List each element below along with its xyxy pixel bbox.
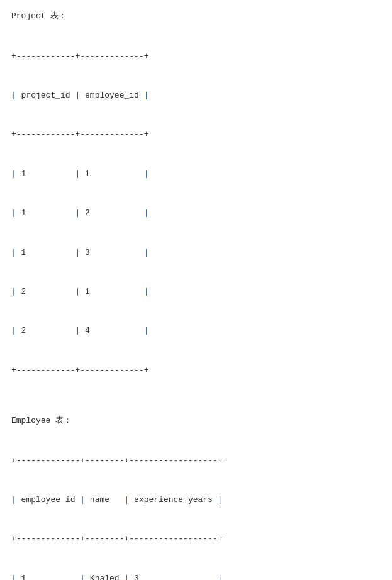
table-line: | 1 | Khaled | 3 | <box>11 572 381 580</box>
table-line: | 2 | 4 | <box>11 325 381 338</box>
table-line: +-------------+--------+----------------… <box>11 455 381 468</box>
table-line: | employee_id | name | experience_years … <box>11 494 381 507</box>
employee-title: Employee 表： <box>11 415 381 426</box>
table-line: | 2 | 1 | <box>11 286 381 299</box>
project-title: Project 表： <box>11 10 381 21</box>
table-line: +------------+-------------+ <box>11 50 381 64</box>
table-line: +-------------+--------+----------------… <box>11 533 381 546</box>
table-line: | 1 | 2 | <box>11 207 381 220</box>
project-table: +------------+-------------+ | project_i… <box>11 24 381 403</box>
project-section: Project 表： +------------+-------------+ … <box>11 10 381 403</box>
table-line: +------------+-------------+ <box>11 128 381 142</box>
table-line: | 1 | 1 | <box>11 168 381 181</box>
employee-section: Employee 表： +-------------+--------+----… <box>11 415 381 580</box>
table-line: | 1 | 3 | <box>11 247 381 260</box>
table-line: | project_id | employee_id | <box>11 89 381 103</box>
employee-table: +-------------+--------+----------------… <box>11 428 381 580</box>
table-line: +------------+-------------+ <box>11 364 381 377</box>
main-content: Project 表： +------------+-------------+ … <box>0 0 392 580</box>
